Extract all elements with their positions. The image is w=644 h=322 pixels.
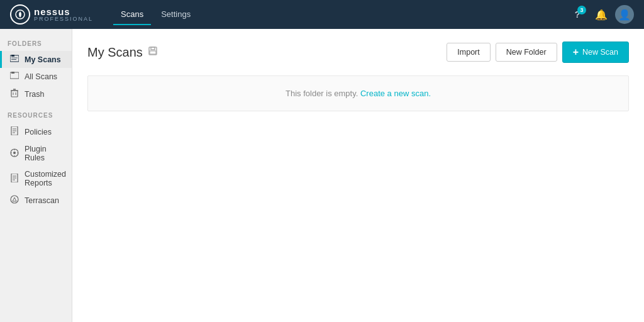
header-actions: Import New Folder + New Scan	[447, 42, 629, 63]
import-button[interactable]: Import	[447, 43, 490, 62]
my-scans-icon	[9, 55, 19, 64]
empty-state: This folder is empty. Create a new scan.	[87, 75, 629, 111]
title-save-icon	[148, 46, 158, 58]
help-badge: 3	[577, 6, 586, 14]
svg-rect-7	[11, 91, 18, 97]
svg-rect-29	[150, 51, 156, 54]
create-new-scan-link[interactable]: Create a new scan.	[360, 89, 431, 98]
new-scan-button[interactable]: + New Scan	[562, 42, 629, 63]
logo[interactable]: nessus Professional	[10, 4, 93, 25]
nav-settings[interactable]: Settings	[153, 4, 198, 25]
folders-label: FOLDERS	[0, 40, 72, 51]
customized-reports-icon	[9, 174, 19, 184]
svg-rect-28	[151, 47, 155, 50]
svg-point-17	[13, 152, 16, 154]
page-title: My Scans	[87, 45, 158, 60]
sidebar-item-all-scans[interactable]: All Scans	[0, 68, 72, 85]
sidebar-my-scans-label: My Scans	[25, 55, 61, 64]
sidebar-item-plugin-rules[interactable]: Plugin Rules	[0, 141, 72, 166]
help-button[interactable]: ? 3	[567, 4, 587, 25]
svg-rect-2	[11, 55, 14, 57]
content-area: My Scans Import New Folder + New Scan Th…	[72, 29, 644, 322]
sidebar-terrascan-label: Terrascan	[25, 196, 59, 205]
page-title-text: My Scans	[87, 45, 143, 60]
empty-text: This folder is empty.	[286, 89, 358, 98]
sidebar-item-terrascan[interactable]: Terrascan	[0, 191, 72, 209]
sidebar-item-policies[interactable]: Policies	[0, 123, 72, 141]
all-scans-icon	[9, 72, 19, 81]
sidebar-customized-reports-label: Customized Reports	[25, 170, 66, 187]
sidebar-item-my-scans[interactable]: My Scans	[0, 51, 72, 68]
policies-icon	[9, 126, 19, 137]
sidebar: FOLDERS My Scans All Scans Trash RESOURC…	[0, 29, 72, 322]
sidebar-item-customized-reports[interactable]: Customized Reports	[0, 166, 72, 191]
trash-icon	[9, 89, 19, 99]
sidebar-trash-label: Trash	[25, 90, 45, 99]
sidebar-policies-label: Policies	[25, 128, 52, 136]
new-scan-label: New Scan	[582, 48, 618, 57]
bell-icon: 🔔	[595, 9, 608, 21]
user-avatar[interactable]: 👤	[615, 5, 634, 24]
logo-text: nessus Professional	[34, 7, 93, 22]
nav-links: Scans Settings	[113, 4, 567, 25]
plugin-rules-icon	[9, 148, 19, 159]
terrascan-icon	[9, 195, 19, 206]
svg-point-26	[11, 196, 18, 203]
user-icon: 👤	[618, 9, 631, 21]
logo-name: nessus	[34, 7, 93, 16]
nav-scans[interactable]: Scans	[113, 4, 151, 25]
resources-label: RESOURCES	[0, 112, 72, 123]
logo-icon	[10, 4, 30, 25]
sidebar-item-trash[interactable]: Trash	[0, 85, 72, 103]
notifications-button[interactable]: 🔔	[591, 4, 611, 25]
top-nav: nessus Professional Scans Settings ? 3 🔔…	[0, 0, 644, 29]
new-folder-button[interactable]: New Folder	[496, 43, 557, 62]
nav-right: ? 3 🔔 👤	[567, 4, 634, 25]
sidebar-plugin-rules-label: Plugin Rules	[25, 145, 64, 162]
new-scan-plus-icon: +	[573, 47, 579, 58]
logo-sub: Professional	[34, 16, 93, 22]
main-layout: FOLDERS My Scans All Scans Trash RESOURC…	[0, 29, 644, 322]
svg-rect-6	[11, 72, 14, 74]
content-header: My Scans Import New Folder + New Scan	[87, 42, 629, 63]
sidebar-all-scans-label: All Scans	[25, 72, 57, 81]
